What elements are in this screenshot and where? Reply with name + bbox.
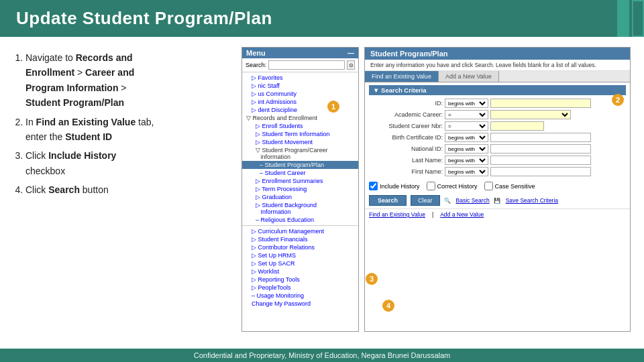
step1-program: Program Information [25, 82, 118, 93]
menu-item[interactable]: ▷ PeopleTools [242, 284, 358, 292]
menu-item[interactable]: ▷ us Community [242, 90, 358, 98]
correct-history-checkbox[interactable] [427, 182, 435, 190]
step1-bold1: Records and [76, 52, 133, 63]
include-history-checkbox[interactable] [369, 182, 378, 190]
main-content: Navigate to Records and Enrollment > Car… [0, 37, 644, 339]
search-button[interactable]: Search [369, 195, 407, 206]
student-career-input[interactable] [490, 121, 544, 131]
first-name-operator[interactable]: begins with = [445, 167, 488, 176]
footer-find-existing-link[interactable]: Find an Existing Value [369, 211, 425, 218]
badge-3: 3 [366, 273, 378, 285]
form-row-student-career: Student Career Nbr: = begins with [369, 121, 626, 131]
menu-item[interactable]: ▷ int Admissions [242, 98, 358, 106]
menu-item[interactable]: ▷ Term Processing [242, 185, 358, 193]
footer-separator: | [432, 211, 433, 218]
first-name-input[interactable] [490, 167, 591, 176]
header-decoration [617, 0, 644, 37]
menu-item[interactable]: ▷ Worklist [242, 267, 358, 276]
menu-item[interactable]: ▷ Student Movement [242, 138, 358, 146]
menu-item[interactable]: ▷ nic Staff [242, 82, 358, 90]
menu-search-input[interactable] [268, 60, 345, 70]
field-label-national-id: National ID: [369, 145, 443, 152]
basic-search-icon: 🔍 [444, 198, 451, 204]
last-name-input[interactable] [490, 156, 591, 165]
case-sensitive-checkbox[interactable] [484, 182, 493, 190]
menu-items-list: ▷ Favorites ▷ nic Staff ▷ us Community ▷… [242, 72, 358, 309]
menu-search-label: Search: [246, 62, 266, 68]
academic-career-operator[interactable]: = begins with [445, 110, 488, 119]
menu-item-student-career[interactable]: – Student Career [242, 169, 358, 177]
menu-item[interactable]: ▷ Set Up SACR [242, 259, 358, 267]
menu-item[interactable]: ▷ Favorites [242, 74, 358, 82]
menu-search-button[interactable]: ⊙ [347, 60, 355, 70]
form-subtitle: Enter any information you have and click… [365, 60, 630, 71]
page-header: Update Student Program/Plan [0, 0, 644, 37]
menu-item[interactable]: ▷ Graduation [242, 193, 358, 201]
form-tabs: Find an Existing Value Add a New Value [365, 71, 630, 82]
step2-id: Student ID [65, 131, 112, 142]
menu-item[interactable]: ▷ Reporting Tools [242, 276, 358, 284]
field-label-academic-career: Academic Career: [369, 111, 443, 118]
national-id-input[interactable] [490, 144, 591, 154]
step-4: Click Search button [25, 182, 235, 197]
step-1: Navigate to Records and Enrollment > Car… [25, 50, 235, 111]
page-title: Update Student Program/Plan [16, 8, 272, 29]
form-row-birth-cert: Birth Certificate ID: begins with = [369, 133, 626, 142]
national-id-operator[interactable]: begins with = [445, 144, 488, 154]
menu-item[interactable]: ▷ Enroll Students [242, 122, 358, 130]
tab-find-existing[interactable]: Find an Existing Value [365, 71, 439, 82]
correct-history-text: Correct History [437, 183, 478, 190]
clear-button[interactable]: Clear [411, 195, 440, 206]
instructions-panel: Navigate to Records and Enrollment > Car… [13, 44, 241, 332]
field-label-id: ID: [369, 100, 443, 107]
student-career-operator[interactable]: = begins with [445, 121, 488, 131]
basic-search-link[interactable]: Basic Search [456, 197, 490, 204]
correct-history-label[interactable]: Correct History [427, 182, 478, 190]
menu-item[interactable]: ▷ Curriculum Management [242, 227, 358, 235]
menu-item[interactable]: ▷ Student Term Information [242, 130, 358, 138]
checkbox-row: Include History Correct History Case Sen… [365, 180, 630, 192]
screenshot-area: 1 Menu — Search: ⊙ ▷ Favorites ▷ nic Sta… [241, 44, 631, 332]
form-title: Student Program/Plan [365, 48, 630, 60]
menu-item[interactable]: ▷ dent Discipline [242, 106, 358, 114]
form-row-academic-career: Academic Career: = begins with [369, 110, 626, 119]
step2-tab: Find an Existing Value [36, 117, 136, 127]
menu-item[interactable]: ▷ Contributor Relations [242, 243, 358, 251]
footer-add-new-link[interactable]: Add a New Value [440, 211, 484, 218]
case-sensitive-text: Case Sensitive [495, 183, 535, 190]
menu-item[interactable]: ▷ Enrollment Summaries [242, 177, 358, 185]
id-input[interactable] [490, 99, 591, 108]
form-panel: Student Program/Plan Enter any informati… [364, 47, 631, 332]
badge-2: 2 [612, 94, 624, 106]
menu-item[interactable]: Change My Password [242, 300, 358, 308]
menu-item[interactable]: ▷ Student Financials [242, 235, 358, 243]
birth-cert-input[interactable] [490, 133, 591, 142]
form-section-header[interactable]: ▼ Search Criteria [369, 85, 626, 95]
step1-spp: Student Program/Plan [25, 97, 124, 108]
menu-item-records[interactable]: ▽ Records and Enrollment [242, 114, 358, 122]
menu-item[interactable]: ▷ Set Up HRMS [242, 251, 358, 259]
menu-titlebar: Menu — [242, 48, 358, 58]
tab-add-new[interactable]: Add a New Value [439, 71, 499, 82]
save-search-link[interactable]: Save Search Criteria [506, 197, 558, 204]
field-label-student-career-nbr: Student Career Nbr: [369, 123, 443, 129]
step4-search: Search [48, 184, 80, 195]
menu-item-student-program-plan[interactable]: – Student Program/Plan [242, 161, 358, 169]
id-operator-select[interactable]: begins with = contains [445, 99, 488, 108]
step1-career: Career and [85, 67, 134, 78]
menu-item[interactable]: – Religious Education [242, 216, 358, 224]
form-row-last-name: Last Name: begins with = [369, 156, 626, 165]
last-name-operator[interactable]: begins with = [445, 156, 488, 165]
menu-item[interactable]: ▷ Student Background Information [242, 201, 358, 216]
footer-text: Confidential and Proprietary, Ministry o… [194, 351, 451, 359]
academic-career-value[interactable] [490, 110, 571, 119]
form-row-first-name: First Name: begins with = [369, 167, 626, 176]
include-history-label[interactable]: Include History [369, 182, 420, 190]
birth-cert-operator[interactable]: begins with = [445, 133, 488, 142]
menu-item[interactable]: – Usage Monitoring [242, 292, 358, 300]
case-sensitive-label[interactable]: Case Sensitive [484, 182, 535, 190]
menu-close-button[interactable]: — [347, 50, 354, 57]
field-label-last-name: Last Name: [369, 157, 443, 164]
menu-item-program-career[interactable]: ▽ Student Program/Career information [242, 146, 358, 161]
menu-panel: Menu — Search: ⊙ ▷ Favorites ▷ nic Staff… [241, 47, 359, 332]
